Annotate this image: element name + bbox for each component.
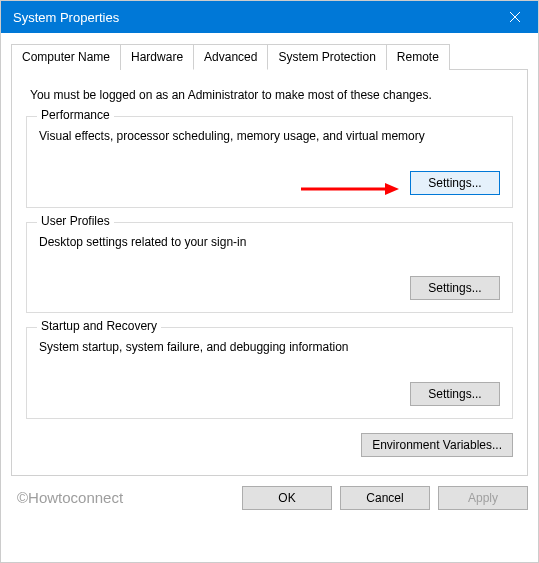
watermark: ©Howtoconnect <box>17 489 123 506</box>
group-startup-recovery-desc: System startup, system failure, and debu… <box>39 340 500 356</box>
dialog-content: Computer Name Hardware Advanced System P… <box>1 33 538 476</box>
tab-computer-name[interactable]: Computer Name <box>11 44 121 70</box>
ok-button[interactable]: OK <box>242 486 332 510</box>
admin-notice: You must be logged on as an Administrato… <box>30 88 513 102</box>
apply-button[interactable]: Apply <box>438 486 528 510</box>
performance-settings-button[interactable]: Settings... <box>410 171 500 195</box>
tab-strip: Computer Name Hardware Advanced System P… <box>11 43 528 70</box>
user-profiles-settings-button[interactable]: Settings... <box>410 276 500 300</box>
group-startup-recovery-title: Startup and Recovery <box>37 319 161 333</box>
tab-remote[interactable]: Remote <box>386 44 450 70</box>
tab-advanced[interactable]: Advanced <box>193 44 268 70</box>
close-button[interactable] <box>492 1 538 33</box>
group-performance-title: Performance <box>37 108 114 122</box>
group-user-profiles-title: User Profiles <box>37 214 114 228</box>
titlebar: System Properties <box>1 1 538 33</box>
group-performance-desc: Visual effects, processor scheduling, me… <box>39 129 500 145</box>
dialog-footer: ©Howtoconnect OK Cancel Apply <box>1 476 538 520</box>
group-user-profiles-desc: Desktop settings related to your sign-in <box>39 235 500 251</box>
tab-hardware[interactable]: Hardware <box>120 44 194 70</box>
close-icon <box>510 9 520 25</box>
group-startup-recovery: Startup and Recovery System startup, sys… <box>26 327 513 419</box>
environment-variables-button[interactable]: Environment Variables... <box>361 433 513 457</box>
cancel-button[interactable]: Cancel <box>340 486 430 510</box>
tab-system-protection[interactable]: System Protection <box>267 44 386 70</box>
tab-panel-advanced: You must be logged on as an Administrato… <box>11 70 528 476</box>
group-performance: Performance Visual effects, processor sc… <box>26 116 513 208</box>
group-user-profiles: User Profiles Desktop settings related t… <box>26 222 513 314</box>
window-title: System Properties <box>13 10 119 25</box>
startup-recovery-settings-button[interactable]: Settings... <box>410 382 500 406</box>
